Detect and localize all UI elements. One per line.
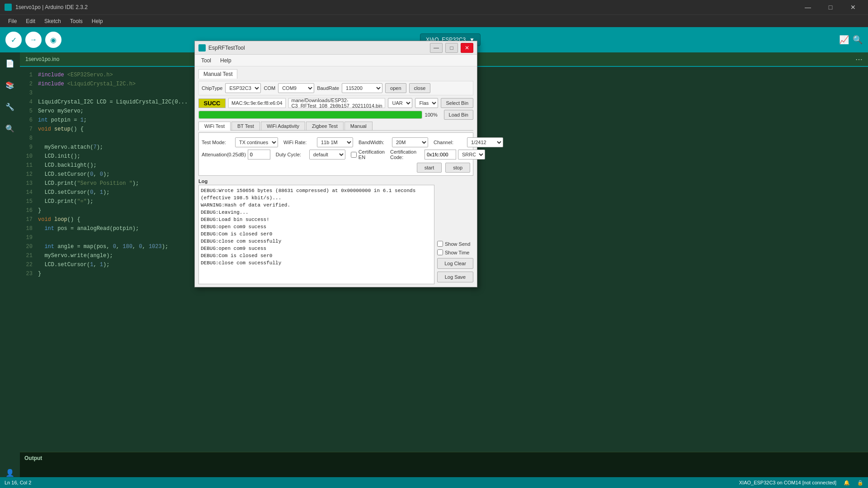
menu-tools[interactable]: Tools <box>66 16 87 26</box>
channel-select[interactable]: 1/2412 <box>467 137 503 147</box>
notification-icon[interactable]: 🔔 <box>844 480 850 486</box>
bandwidth-field: BandWidth: 20M <box>359 137 428 147</box>
start-button[interactable]: start <box>417 163 442 173</box>
tab-zigbee-test[interactable]: Zigbee Test <box>306 122 344 130</box>
flash-size-select[interactable]: Flas <box>415 98 438 108</box>
open-button[interactable]: open <box>385 83 406 93</box>
mac-address: MAC:9c:9e:6e:f8:e6:04 <box>228 98 286 108</box>
wifi-row-1: Test Mode: TX continues WiFi Rate: 11b 1… <box>202 137 470 147</box>
tab-wifi-test[interactable]: WiFi Test <box>198 122 231 131</box>
log-line-10: DEBUG:Com is closed ser0 <box>201 252 432 259</box>
log-line-5: DEBUG:Load bin success! <box>201 216 432 223</box>
com-label: COM <box>264 85 275 91</box>
status-bar: Ln 16, Col 2 XIAO_ESP32C3 on COM14 [not … <box>0 477 868 488</box>
baud-rate-label: BaudRate <box>317 85 339 91</box>
wifi-test-panel: Test Mode: TX continues WiFi Rate: 11b 1… <box>198 132 473 176</box>
flash-mode-select[interactable]: UAR <box>388 98 412 108</box>
log-container: DEBUG:Wrote 150656 bytes (88631 compress… <box>198 185 473 284</box>
sidebar-files[interactable]: 📄 <box>4 57 16 70</box>
tab-manual[interactable]: Manual <box>344 122 373 130</box>
log-line-9: DEBUG:open com9 sucess <box>201 245 432 252</box>
manual-test-tab[interactable]: Manual Test <box>198 69 237 79</box>
baud-rate-select[interactable]: 115200 <box>342 83 382 93</box>
load-bin-button[interactable]: Load Bin <box>444 110 473 120</box>
verify-button[interactable]: ✓ <box>5 32 22 48</box>
sidebar: 📄 📚 🔧 🔍 👤 <box>0 52 20 488</box>
attenuation-input[interactable] <box>248 150 270 160</box>
graph-icon[interactable]: 📈 <box>839 35 849 45</box>
dialog-menu-help[interactable]: Help <box>217 56 235 65</box>
test-mode-field: Test Mode: TX continues <box>202 137 278 147</box>
log-controls: Show Send Show Time Log Clear Log Save <box>437 185 473 284</box>
progress-row: 100% Load Bin <box>198 110 473 120</box>
esp-rf-test-dialog: EspRFTestTool — □ ✕ Tool Help Manual Tes… <box>194 41 477 287</box>
title-bar-controls: — □ ✕ <box>797 0 863 14</box>
dialog-minimize-btn[interactable]: — <box>430 43 443 53</box>
debug-button[interactable]: ◉ <box>45 32 61 48</box>
channel-label: Channel: <box>434 140 465 145</box>
log-line-11: DEBUG:close com sucessfully <box>201 259 432 267</box>
test-mode-select[interactable]: TX continues <box>235 137 278 147</box>
duty-cycle-label: Duty Cycle: <box>276 152 307 157</box>
wifi-rate-field: WiFi Rate: 11b 1M <box>283 137 353 147</box>
sidebar-search[interactable]: 🔍 <box>4 122 16 135</box>
cert-code-input[interactable] <box>425 150 456 160</box>
menu-edit[interactable]: Edit <box>21 16 40 26</box>
dialog-title-bar: EspRFTestTool — □ ✕ <box>195 41 477 55</box>
menu-file[interactable]: File <box>4 16 21 26</box>
show-send-checkbox[interactable] <box>437 241 443 247</box>
sidebar-debug[interactable]: 🔧 <box>4 100 16 113</box>
log-save-button[interactable]: Log Save <box>437 272 473 282</box>
log-section: Log DEBUG:Wrote 150656 bytes (88631 comp… <box>198 178 473 284</box>
progress-bar-container <box>198 111 422 119</box>
dialog-close-btn[interactable]: ✕ <box>461 43 473 53</box>
show-time-checkbox[interactable] <box>437 249 443 255</box>
log-line-8: DEBUG:close com sucessfully <box>201 238 432 245</box>
com-select[interactable]: COM9 <box>278 83 314 93</box>
mac-row: SUCC MAC:9c:9e:6e:f8:e6:04 mane/Download… <box>198 98 473 108</box>
title-bar: 1servo1po | Arduino IDE 2.3.2 — □ ✕ <box>0 0 868 14</box>
wifi-rate-select[interactable]: 11b 1M <box>317 137 353 147</box>
log-line-4: DEBUG:Leaving... <box>201 209 432 216</box>
log-line-3: WARNING:Hash of data verified. <box>201 202 432 209</box>
serial-icon[interactable]: 🔍 <box>853 35 863 45</box>
dialog-title: EspRFTestTool <box>208 45 427 51</box>
chip-type-select[interactable]: ESP32C3 <box>225 83 261 93</box>
log-line-7: DEBUG:Com is closed ser0 <box>201 230 432 238</box>
config-row: ChipType ESP32C3 COM COM9 BaudRate 11520… <box>198 81 473 95</box>
show-time-label: Show Time <box>445 250 469 255</box>
close-button[interactable]: ✕ <box>843 0 863 14</box>
show-send-checkbox-row: Show Send <box>437 241 473 247</box>
duty-cycle-select[interactable]: default <box>309 150 345 160</box>
maximize-button[interactable]: □ <box>820 0 841 14</box>
dialog-menu-tool[interactable]: Tool <box>198 56 215 65</box>
status-right: XIAO_ESP32C3 on COM14 [not connected] 🔔 … <box>739 480 863 486</box>
log-line-1: DEBUG:Wrote 150656 bytes (88631 compress… <box>201 187 432 194</box>
log-text-area[interactable]: DEBUG:Wrote 150656 bytes (88631 compress… <box>198 185 434 284</box>
select-bin-button[interactable]: Select Bin <box>441 98 473 108</box>
log-label: Log <box>198 178 473 184</box>
channel-field: Channel: 1/2412 <box>434 137 503 147</box>
editor-more-icon[interactable]: ⋯ <box>855 55 863 64</box>
menu-sketch[interactable]: Sketch <box>40 16 66 26</box>
bin-path: mane/Downloads/ESP32-C3_RFTest_108_2b9b1… <box>288 98 386 108</box>
minimize-button[interactable]: — <box>797 0 818 14</box>
cert-code-field: Certification Code: SRRC <box>390 149 485 160</box>
bandwidth-select[interactable]: 20M <box>392 137 428 147</box>
cert-type-select[interactable]: SRRC <box>458 150 485 160</box>
upload-button[interactable]: → <box>25 32 42 48</box>
tab-bt-test[interactable]: BT Test <box>231 122 260 130</box>
dialog-content: Manual Test ChipType ESP32C3 COM COM9 Ba… <box>195 66 477 287</box>
tab-wifi-adaptivity[interactable]: WiFi Adaptivity <box>261 122 305 130</box>
log-clear-button[interactable]: Log Clear <box>437 258 473 269</box>
cert-en-checkbox[interactable] <box>351 152 357 158</box>
close-serial-button[interactable]: close <box>409 83 431 93</box>
cert-en-field: Certification EN <box>351 149 385 160</box>
chip-type-label: ChipType <box>202 85 222 91</box>
cert-code-label: Certification Code: <box>390 149 423 160</box>
menu-help[interactable]: Help <box>87 16 108 26</box>
ide-window: 1servo1po | Arduino IDE 2.3.2 — □ ✕ File… <box>0 0 868 488</box>
stop-button[interactable]: stop <box>445 163 470 173</box>
dialog-maximize-btn[interactable]: □ <box>445 43 458 53</box>
sidebar-libraries[interactable]: 📚 <box>4 79 16 91</box>
